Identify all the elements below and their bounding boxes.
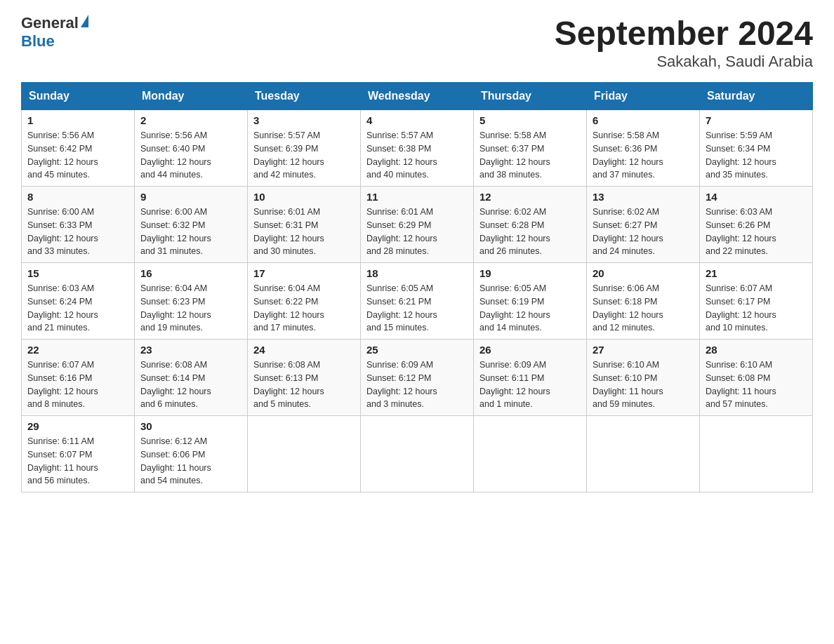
day-info: Sunrise: 5:56 AM Sunset: 6:40 PM Dayligh… — [140, 129, 241, 182]
sunrise-label: Sunrise: 5:58 AM — [479, 130, 546, 140]
sunrise-label: Sunrise: 6:10 AM — [593, 360, 659, 370]
day-number: 12 — [479, 191, 581, 203]
daylight-value: and 17 minutes. — [253, 323, 316, 333]
day-info: Sunrise: 6:05 AM Sunset: 6:19 PM Dayligh… — [479, 282, 581, 335]
sunset-label: Sunset: 6:31 PM — [253, 220, 318, 230]
daylight-label: Daylight: 12 hours — [479, 234, 550, 243]
sunrise-label: Sunrise: 6:00 AM — [140, 207, 207, 217]
sunrise-label: Sunrise: 6:06 AM — [593, 283, 659, 293]
daylight-label: Daylight: 12 hours — [593, 157, 663, 167]
calendar-day-header-thursday: Thursday — [474, 83, 587, 110]
daylight-label: Daylight: 12 hours — [479, 157, 550, 167]
sunrise-label: Sunrise: 6:03 AM — [706, 207, 772, 217]
daylight-value: and 19 minutes. — [140, 323, 203, 333]
daylight-label: Daylight: 12 hours — [706, 234, 776, 243]
daylight-value: and 5 minutes. — [253, 399, 311, 409]
daylight-label: Daylight: 12 hours — [593, 234, 663, 243]
logo-text-blue: Blue — [21, 32, 55, 50]
sunset-label: Sunset: 6:08 PM — [706, 373, 770, 383]
day-number: 11 — [366, 191, 468, 203]
daylight-label: Daylight: 12 hours — [140, 387, 211, 396]
sunrise-label: Sunrise: 6:05 AM — [366, 283, 433, 293]
sunrise-label: Sunrise: 6:01 AM — [253, 207, 320, 217]
day-number: 2 — [140, 114, 241, 126]
day-number: 18 — [366, 267, 468, 279]
calendar-day-header-saturday: Saturday — [700, 83, 813, 110]
sunrise-label: Sunrise: 6:07 AM — [27, 360, 94, 370]
day-info: Sunrise: 6:08 AM Sunset: 6:14 PM Dayligh… — [140, 358, 241, 411]
calendar-day-cell: 27 Sunrise: 6:10 AM Sunset: 6:10 PM Dayl… — [587, 340, 700, 416]
daylight-value: and 37 minutes. — [593, 170, 655, 180]
sunrise-label: Sunrise: 6:07 AM — [706, 283, 772, 293]
daylight-label: Daylight: 12 hours — [140, 234, 211, 243]
sunset-label: Sunset: 6:36 PM — [593, 144, 657, 154]
day-number: 26 — [479, 344, 581, 356]
day-number: 29 — [27, 420, 128, 432]
sunrise-label: Sunrise: 5:57 AM — [253, 130, 320, 140]
day-info: Sunrise: 6:00 AM Sunset: 6:33 PM Dayligh… — [27, 206, 128, 258]
day-info: Sunrise: 6:02 AM Sunset: 6:28 PM Dayligh… — [479, 206, 581, 258]
sunrise-label: Sunrise: 6:04 AM — [253, 283, 320, 293]
calendar-day-cell: 19 Sunrise: 6:05 AM Sunset: 6:19 PM Dayl… — [474, 263, 587, 340]
sunrise-label: Sunrise: 6:12 AM — [140, 436, 207, 446]
day-number: 15 — [27, 267, 128, 279]
calendar-week-row: 1 Sunrise: 5:56 AM Sunset: 6:42 PM Dayli… — [22, 110, 813, 187]
calendar-day-cell — [248, 416, 361, 492]
daylight-value: and 24 minutes. — [593, 246, 655, 256]
day-info: Sunrise: 5:56 AM Sunset: 6:42 PM Dayligh… — [27, 129, 128, 182]
sunrise-label: Sunrise: 6:11 AM — [27, 436, 94, 446]
calendar-day-cell: 30 Sunrise: 6:12 AM Sunset: 6:06 PM Dayl… — [135, 416, 248, 492]
day-number: 10 — [253, 191, 355, 203]
calendar-day-cell: 25 Sunrise: 6:09 AM Sunset: 6:12 PM Dayl… — [361, 340, 474, 416]
daylight-value: and 59 minutes. — [593, 399, 655, 409]
daylight-label: Daylight: 12 hours — [593, 310, 663, 320]
day-number: 22 — [27, 344, 128, 356]
daylight-label: Daylight: 12 hours — [253, 157, 324, 167]
sunset-label: Sunset: 6:13 PM — [253, 373, 318, 383]
day-info: Sunrise: 6:07 AM Sunset: 6:16 PM Dayligh… — [27, 358, 128, 411]
day-info: Sunrise: 6:05 AM Sunset: 6:21 PM Dayligh… — [366, 282, 468, 335]
daylight-label: Daylight: 11 hours — [593, 387, 663, 396]
day-number: 3 — [253, 114, 355, 126]
daylight-label: Daylight: 12 hours — [366, 387, 437, 396]
calendar-day-cell: 20 Sunrise: 6:06 AM Sunset: 6:18 PM Dayl… — [587, 263, 700, 340]
sunset-label: Sunset: 6:19 PM — [479, 297, 544, 307]
sunset-label: Sunset: 6:37 PM — [479, 144, 544, 154]
calendar-day-cell — [361, 416, 474, 492]
daylight-label: Daylight: 11 hours — [140, 463, 211, 473]
calendar-day-cell: 3 Sunrise: 5:57 AM Sunset: 6:39 PM Dayli… — [248, 110, 361, 187]
day-info: Sunrise: 6:03 AM Sunset: 6:24 PM Dayligh… — [27, 282, 128, 335]
day-number: 16 — [140, 267, 241, 279]
daylight-value: and 26 minutes. — [479, 246, 542, 256]
daylight-label: Daylight: 12 hours — [366, 234, 437, 243]
sunset-label: Sunset: 6:40 PM — [140, 144, 205, 154]
daylight-value: and 44 minutes. — [140, 170, 203, 180]
day-info: Sunrise: 5:57 AM Sunset: 6:39 PM Dayligh… — [253, 129, 355, 182]
day-number: 4 — [366, 114, 468, 126]
day-info: Sunrise: 6:12 AM Sunset: 6:06 PM Dayligh… — [140, 435, 241, 488]
calendar-week-row: 22 Sunrise: 6:07 AM Sunset: 6:16 PM Dayl… — [22, 340, 813, 416]
calendar-day-cell: 24 Sunrise: 6:08 AM Sunset: 6:13 PM Dayl… — [248, 340, 361, 416]
day-number: 27 — [593, 344, 694, 356]
day-info: Sunrise: 6:07 AM Sunset: 6:17 PM Dayligh… — [706, 282, 807, 335]
calendar-table: SundayMondayTuesdayWednesdayThursdayFrid… — [21, 82, 813, 492]
daylight-value: and 40 minutes. — [366, 170, 429, 180]
sunrise-label: Sunrise: 6:09 AM — [366, 360, 433, 370]
calendar-day-cell: 15 Sunrise: 6:03 AM Sunset: 6:24 PM Dayl… — [22, 263, 135, 340]
calendar-day-cell: 16 Sunrise: 6:04 AM Sunset: 6:23 PM Dayl… — [135, 263, 248, 340]
page-header: General Blue September 2024 Sakakah, Sau… — [21, 14, 813, 71]
daylight-value: and 56 minutes. — [27, 476, 90, 485]
sunrise-label: Sunrise: 6:01 AM — [366, 207, 433, 217]
calendar-day-cell: 22 Sunrise: 6:07 AM Sunset: 6:16 PM Dayl… — [22, 340, 135, 416]
calendar-week-row: 8 Sunrise: 6:00 AM Sunset: 6:33 PM Dayli… — [22, 187, 813, 263]
day-number: 19 — [479, 267, 581, 279]
daylight-value: and 1 minute. — [479, 399, 533, 409]
daylight-value: and 15 minutes. — [366, 323, 429, 333]
calendar-day-header-tuesday: Tuesday — [248, 83, 361, 110]
daylight-label: Daylight: 12 hours — [140, 310, 211, 320]
calendar-title: September 2024 — [555, 14, 813, 53]
day-number: 28 — [706, 344, 807, 356]
sunset-label: Sunset: 6:17 PM — [706, 297, 770, 307]
sunset-label: Sunset: 6:16 PM — [27, 373, 92, 383]
calendar-day-cell: 23 Sunrise: 6:08 AM Sunset: 6:14 PM Dayl… — [135, 340, 248, 416]
